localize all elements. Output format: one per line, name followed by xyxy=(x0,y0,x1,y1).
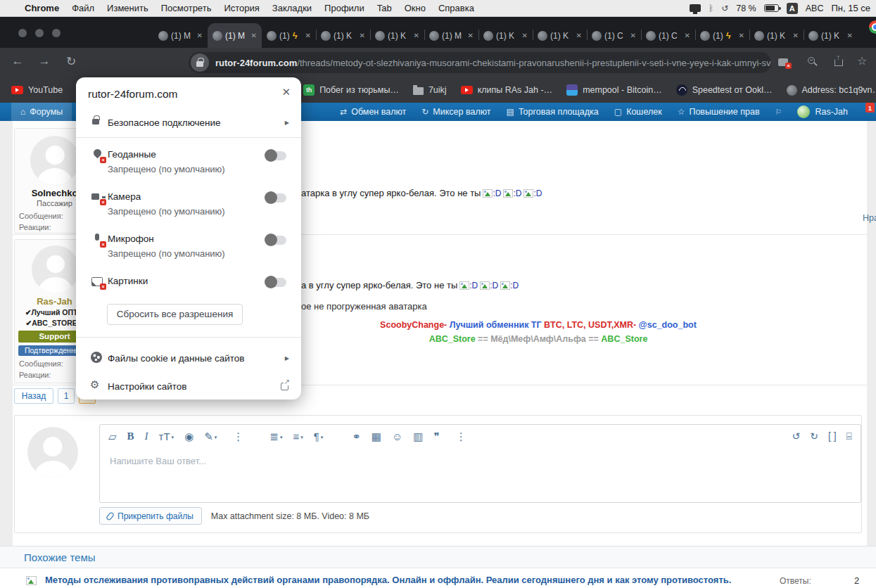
menubar-item[interactable]: Chrome xyxy=(25,3,59,13)
input-source-label[interactable]: ABC xyxy=(806,4,824,13)
browser-tab[interactable]: (1)ϟ✕ xyxy=(262,23,316,48)
reload-button[interactable]: ↻ xyxy=(62,54,80,69)
bbcode-icon[interactable]: [ ] xyxy=(828,430,837,442)
undo-icon[interactable]: ↺ xyxy=(792,430,800,442)
redo-icon[interactable]: ↻ xyxy=(810,430,818,442)
pagination-back-button[interactable]: Назад xyxy=(14,388,53,404)
italic-icon[interactable]: I xyxy=(145,431,148,442)
tab-close-icon[interactable]: ✕ xyxy=(468,32,474,39)
reply-editor[interactable]: ▱BIтT▾◉✎▾⋮≣▾≡▾¶▾⚭▦☺▥❞⋮ ↺↻[ ]⌸ Напишите В… xyxy=(99,424,861,503)
tab-close-icon[interactable]: ✕ xyxy=(847,32,853,39)
share-icon[interactable] xyxy=(834,59,843,66)
site-info-button[interactable] xyxy=(191,53,209,72)
bookmark-item[interactable]: YouTube xyxy=(11,85,63,95)
tab-close-icon[interactable]: ✕ xyxy=(251,32,257,39)
back-button[interactable]: ← xyxy=(8,54,27,68)
quote-icon[interactable]: ❞ xyxy=(434,431,440,442)
tab-close-icon[interactable]: ✕ xyxy=(197,32,203,39)
tab-close-icon[interactable]: ✕ xyxy=(630,32,636,39)
nav-item-wallet[interactable]: ▢Кошелек xyxy=(614,107,662,117)
more-tools-icon[interactable]: ⋮ xyxy=(456,431,466,442)
post1-like-link[interactable]: Нравится xyxy=(863,213,876,223)
attach-files-button[interactable]: Прикрепить файлы xyxy=(99,507,202,525)
cookies-row[interactable]: Файлы cookie и данные сайтов ▶ xyxy=(76,345,301,373)
nav-item-mixer[interactable]: ↻Миксер валют xyxy=(421,107,490,117)
tab-close-icon[interactable]: ✕ xyxy=(793,32,799,39)
forward-button[interactable]: → xyxy=(35,54,53,68)
bookmark-item[interactable]: mempool - Bitcoin… xyxy=(566,84,662,96)
permission-toggle[interactable] xyxy=(265,193,286,203)
browser-tab[interactable]: (1) K✕ xyxy=(533,23,587,48)
remove-format-icon[interactable]: ▱ xyxy=(108,431,117,442)
tab-close-icon[interactable]: ✕ xyxy=(685,32,690,39)
window-close-button[interactable] xyxy=(18,29,27,37)
browser-tab[interactable]: (1) K✕ xyxy=(804,23,858,48)
browser-tab[interactable]: (1)ϟ✕ xyxy=(695,23,749,48)
browser-tab[interactable]: (1) C✕ xyxy=(587,23,641,48)
bookmark-item[interactable]: клипы RAs Jah -… xyxy=(461,85,553,95)
bookmark-item[interactable]: 7uikj xyxy=(413,85,447,95)
browser-tab[interactable]: (1) K✕ xyxy=(370,23,424,48)
drafts-icon[interactable]: ⌸ xyxy=(846,430,852,442)
menubar-clock[interactable]: Пн, 15 се xyxy=(831,3,870,13)
tab-close-icon[interactable]: ✕ xyxy=(305,32,311,39)
bluetooth-icon[interactable]: ᛒ xyxy=(709,4,713,13)
alerts-badge[interactable]: 1 xyxy=(865,103,875,113)
nav-flag-icon[interactable]: ⚐ xyxy=(775,108,782,117)
menubar-item[interactable]: Tab xyxy=(377,3,392,13)
address-bar[interactable]: rutor-24forum.com/threads/metody-ot-slez… xyxy=(189,52,771,73)
browser-tab[interactable]: (1) C✕ xyxy=(641,23,695,48)
window-zoom-button[interactable] xyxy=(52,29,61,37)
menubar-item[interactable]: Файл xyxy=(72,3,94,13)
signature-line1[interactable]: ScoobyChange- Лучший обменник ТГ BTC, LT… xyxy=(201,318,876,332)
menubar-item[interactable]: Закладки xyxy=(272,3,312,13)
tab-close-icon[interactable]: ✕ xyxy=(739,32,744,39)
tab-close-icon[interactable]: ✕ xyxy=(576,32,582,39)
tab-close-icon[interactable]: ✕ xyxy=(360,32,365,39)
more-options-icon[interactable]: ⋮ xyxy=(233,431,243,442)
browser-tab[interactable]: (1) K✕ xyxy=(478,23,533,48)
menubar-item[interactable]: Изменить xyxy=(107,3,148,13)
nav-item-exchange[interactable]: ⇄Обмен валют xyxy=(340,107,406,117)
pagination-page-1[interactable]: 1 xyxy=(58,388,75,404)
post2-avatar[interactable] xyxy=(32,245,80,293)
reply-placeholder[interactable]: Напишите Ваш ответ... xyxy=(110,456,206,466)
bookmark-star-icon[interactable]: ☆ xyxy=(857,54,867,68)
browser-tab[interactable]: (1) M✕ xyxy=(208,23,262,48)
text-color-icon[interactable]: ◉ xyxy=(184,431,193,442)
nav-account[interactable]: Ras-Jah xyxy=(797,106,848,118)
bold-icon[interactable]: B xyxy=(127,431,134,442)
link-icon[interactable]: ⚭ xyxy=(352,431,361,442)
tab-close-icon[interactable]: ✕ xyxy=(414,32,419,39)
display-icon[interactable] xyxy=(690,4,701,12)
tab-close-icon[interactable]: ✕ xyxy=(522,32,528,39)
browser-tab[interactable]: (1) M✕ xyxy=(153,23,208,48)
menubar-item[interactable]: Профили xyxy=(324,3,364,13)
menubar-item[interactable]: Справка xyxy=(438,3,474,13)
permission-toggle[interactable] xyxy=(265,151,286,160)
permission-toggle[interactable] xyxy=(265,236,286,245)
menubar-item[interactable]: История xyxy=(224,3,259,13)
images-blocked-icon[interactable] xyxy=(778,58,788,66)
list-icon[interactable]: ≣▾ xyxy=(269,431,282,442)
align-icon[interactable]: ≡▾ xyxy=(293,431,303,442)
bookmark-item[interactable]: thПобег из тюрьмы… xyxy=(303,84,399,96)
menubar-item[interactable]: Посмотреть xyxy=(161,3,212,13)
media-icon[interactable]: ▥ xyxy=(413,431,423,442)
bookmark-item[interactable]: Address: bc1q9vn… xyxy=(787,85,876,96)
permission-toggle[interactable] xyxy=(265,278,286,287)
chrome-logo-icon[interactable] xyxy=(869,20,876,34)
browser-tab[interactable]: (1) K✕ xyxy=(749,23,804,48)
zoom-out-icon[interactable] xyxy=(808,57,815,64)
popup-close-icon[interactable]: ✕ xyxy=(281,86,291,98)
strike-pen-icon[interactable]: ✎▾ xyxy=(204,431,217,442)
battery-icon[interactable] xyxy=(764,4,779,12)
site-settings-row[interactable]: ⚙ Настройки сайтов xyxy=(76,373,301,402)
time-machine-icon[interactable]: ↺ xyxy=(721,4,728,13)
smilie-icon[interactable]: ☺ xyxy=(392,431,402,442)
post1-avatar[interactable] xyxy=(30,136,80,185)
browser-tab[interactable]: (1) M✕ xyxy=(424,23,478,48)
input-source-icon[interactable]: A xyxy=(787,3,798,14)
nav-item-marketplace[interactable]: ▤Торговая площадка xyxy=(507,107,599,117)
font-size-icon[interactable]: тT▾ xyxy=(159,431,174,442)
